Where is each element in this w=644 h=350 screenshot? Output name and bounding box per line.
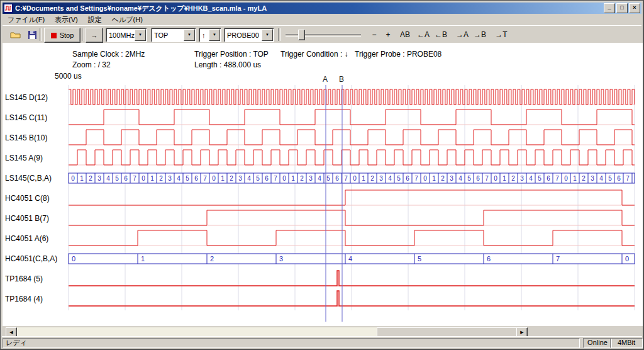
bus-value: 4 xyxy=(599,175,603,182)
chevron-down-icon[interactable]: ▼ xyxy=(262,29,273,41)
bus-value: 7 xyxy=(626,175,630,182)
bus-value: 3 xyxy=(279,255,283,262)
bus-value: 7 xyxy=(203,175,207,182)
menubar: ファイル(F) 表示(V) 設定 ヘルプ(H) xyxy=(3,14,641,25)
bus-value: 4 xyxy=(458,175,462,182)
bus-value: 1 xyxy=(502,175,506,182)
move-b-left-button[interactable]: ←B xyxy=(430,28,452,42)
bus-value: 5 xyxy=(186,175,189,182)
stop-button[interactable]: Stop xyxy=(44,28,80,43)
app-window: C:¥Documents and Settings¥noname¥デスクトップ¥… xyxy=(0,0,644,350)
zoom-slider[interactable] xyxy=(286,29,361,40)
bus-value: 7 xyxy=(344,175,348,182)
close-button[interactable]: × xyxy=(629,3,640,13)
bus-value: 6 xyxy=(194,175,198,182)
bus-value: 6 xyxy=(406,175,409,182)
statusbar: レディ Online 4MBit xyxy=(2,336,642,348)
sample-clock-combobox[interactable]: 100MHz ▼ xyxy=(106,28,147,42)
bus-value: 2 xyxy=(230,175,233,182)
bus-value: 1 xyxy=(362,175,365,182)
trigger-position-combobox[interactable]: TOP ▼ xyxy=(151,28,196,42)
stop-icon xyxy=(51,33,57,38)
move-b-right-button[interactable]: →B xyxy=(469,28,491,42)
bus-value: 4 xyxy=(388,175,392,182)
menu-settings[interactable]: 設定 xyxy=(83,14,107,26)
trigger-edge-value: ↑ xyxy=(199,31,209,39)
bus-value: 5 xyxy=(397,175,401,182)
bus-value: 4 xyxy=(348,255,352,262)
bus-value: 1 xyxy=(573,175,577,182)
bus-value: 0 xyxy=(72,255,75,262)
menu-help[interactable]: ヘルプ(H) xyxy=(107,14,148,26)
bus-value: 2 xyxy=(159,175,163,182)
bus-value: 1 xyxy=(80,175,84,182)
bus-value: 2 xyxy=(370,175,374,182)
goto-trigger-button[interactable]: →T xyxy=(491,28,512,42)
toolbar-separator xyxy=(278,28,280,41)
bus-value: 3 xyxy=(591,175,594,182)
bus-value: 1 xyxy=(221,175,225,182)
bus-value: 4 xyxy=(177,175,180,182)
bus-value: 3 xyxy=(97,175,101,182)
bus-value: 6 xyxy=(547,175,550,182)
titlebar: C:¥Documents and Settings¥noname¥デスクトップ¥… xyxy=(3,3,641,14)
bus-value: 0 xyxy=(212,175,216,182)
bus-value: 2 xyxy=(89,175,92,182)
bus-value: 0 xyxy=(564,175,568,182)
bus-value: 6 xyxy=(476,175,480,182)
bus-value: 7 xyxy=(556,255,560,262)
bus-value: 4 xyxy=(106,175,110,182)
trigger-probe-combobox[interactable]: PROBE00 ▼ xyxy=(224,28,274,42)
trigger-probe-info: Trigger Probe : PROBE08 xyxy=(355,50,441,59)
bus-value: 7 xyxy=(274,175,277,182)
bus-value: 2 xyxy=(582,175,586,182)
time-origin-label: 5000 us xyxy=(55,72,82,81)
zoom-in-button[interactable]: + xyxy=(380,28,396,42)
sample-clock-info: Sample Clock : 2MHz xyxy=(72,50,145,59)
bus-value: 5 xyxy=(326,175,330,182)
trigger-edge-combobox[interactable]: ↑ ▼ xyxy=(199,28,221,42)
maximize-button[interactable]: □ xyxy=(616,3,628,13)
app-icon xyxy=(4,4,13,13)
bus-value: 5 xyxy=(467,175,471,182)
bus-value: 1 xyxy=(432,175,436,182)
bus-value: 3 xyxy=(168,175,172,182)
slider-thumb[interactable] xyxy=(298,30,305,40)
bus-value: 5 xyxy=(608,175,612,182)
bus-value: 5 xyxy=(256,175,260,182)
menu-file[interactable]: ファイル(F) xyxy=(3,14,50,26)
bus-value: 4 xyxy=(529,175,533,182)
status-memory-badge: 4MBit xyxy=(610,338,643,348)
bus-value: 2 xyxy=(441,175,445,182)
minimize-button[interactable]: _ xyxy=(604,3,615,13)
bus-value: 2 xyxy=(300,175,304,182)
menu-view[interactable]: 表示(V) xyxy=(50,14,83,26)
chevron-down-icon[interactable]: ▼ xyxy=(184,29,195,41)
sample-clock-value: 100MHz xyxy=(106,31,135,39)
bus-value: 7 xyxy=(414,175,418,182)
bus-value: 7 xyxy=(485,175,489,182)
chevron-down-icon[interactable]: ▼ xyxy=(135,29,146,41)
bus-value: 3 xyxy=(520,175,524,182)
bus-value: 6 xyxy=(617,175,621,182)
chevron-down-icon[interactable]: ▼ xyxy=(209,29,220,41)
bus-value: 5 xyxy=(538,175,541,182)
run-button[interactable]: → xyxy=(86,28,103,43)
bus-value: 0 xyxy=(353,175,357,182)
trigger-condition-info: Trigger Condition : ↓ xyxy=(280,50,348,59)
bus-value: 1 xyxy=(150,175,154,182)
bus-value: 0 xyxy=(625,255,629,262)
toolbar: Stop → 100MHz ▼ TOP ▼ ↑ ▼ PROBE00 ▼ − + … xyxy=(3,25,641,43)
bus-value: 0 xyxy=(423,175,427,182)
bus-value: 7 xyxy=(555,175,559,182)
bus-value: 2 xyxy=(511,175,515,182)
bus-value: 0 xyxy=(282,175,286,182)
length-info: Length : 488.000 us xyxy=(194,60,261,69)
waveform-plot: 0123456701234567012345670123456701234567… xyxy=(1,82,644,324)
toolbar-separator xyxy=(82,28,84,41)
bus-value: 1 xyxy=(291,175,295,182)
bus-value: 3 xyxy=(450,175,453,182)
slider-groove xyxy=(286,34,361,37)
status-ready-text: レディ xyxy=(3,338,580,348)
bus-value: 5 xyxy=(115,175,119,182)
